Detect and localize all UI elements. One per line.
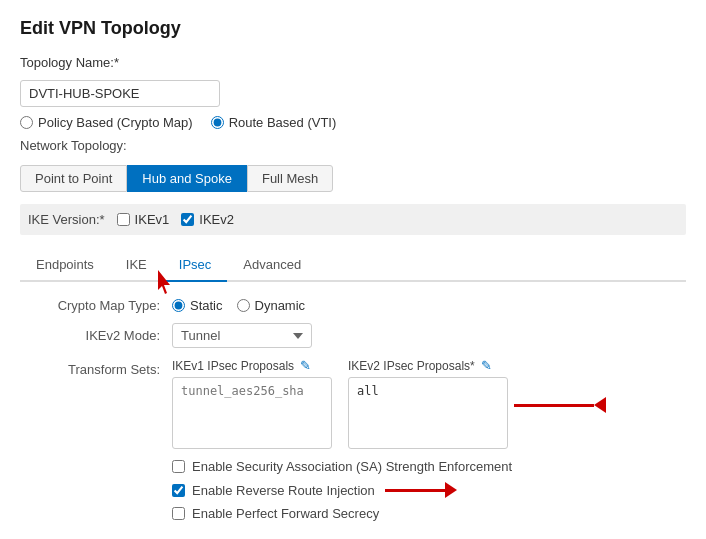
ikev1-checkbox[interactable] [117, 213, 130, 226]
perfect-forward-checkbox[interactable] [172, 507, 185, 520]
crypto-map-type-label: Crypto Map Type: [30, 298, 160, 313]
sa-strength-row: Enable Security Association (SA) Strengt… [30, 459, 686, 474]
network-topology-label: Network Topology: [20, 138, 127, 153]
svg-marker-0 [158, 270, 170, 294]
sa-strength-checkbox[interactable] [172, 460, 185, 473]
static-label: Static [190, 298, 223, 313]
ike-version-label: IKE Version:* [28, 212, 105, 227]
ikev1-checkbox-item[interactable]: IKEv1 [117, 212, 170, 227]
topology-name-label: Topology Name:* [20, 55, 119, 70]
reverse-route-row: Enable Reverse Route Injection [30, 482, 686, 498]
tabs-bar: Endpoints IKE IPsec Advanced [20, 249, 686, 282]
ikev1-proposals-col: IKEv1 IPsec Proposals ✎ [172, 358, 332, 449]
hub-and-spoke-btn[interactable]: Hub and Spoke [127, 165, 247, 192]
page-title: Edit VPN Topology [20, 18, 686, 39]
ikev1-edit-icon[interactable]: ✎ [300, 358, 311, 373]
ikev2-proposals-col: IKEv2 IPsec Proposals* ✎ all [348, 358, 606, 449]
transform-sets-label: Transform Sets: [30, 358, 160, 377]
point-to-point-btn[interactable]: Point to Point [20, 165, 127, 192]
topology-name-input[interactable] [20, 80, 220, 107]
ikev1-proposals-label: IKEv1 IPsec Proposals [172, 359, 294, 373]
ikev2-edit-icon[interactable]: ✎ [481, 358, 492, 373]
cursor-annotation [154, 270, 176, 301]
ikev2-checkbox[interactable] [181, 213, 194, 226]
policy-based-radio[interactable]: Policy Based (Crypto Map) [20, 115, 193, 130]
dynamic-label: Dynamic [255, 298, 306, 313]
reverse-route-arrow [385, 482, 457, 498]
perfect-forward-label[interactable]: Enable Perfect Forward Secrecy [192, 506, 379, 521]
route-based-label: Route Based (VTI) [229, 115, 337, 130]
ikev2-proposals-textarea[interactable]: all [348, 377, 508, 449]
full-mesh-btn[interactable]: Full Mesh [247, 165, 333, 192]
ikev2-checkbox-item[interactable]: IKEv2 [181, 212, 234, 227]
dynamic-radio-item[interactable]: Dynamic [237, 298, 306, 313]
reverse-route-checkbox[interactable] [172, 484, 185, 497]
sa-strength-label[interactable]: Enable Security Association (SA) Strengt… [192, 459, 512, 474]
static-radio-item[interactable]: Static [172, 298, 223, 313]
ikev1-proposals-textarea[interactable] [172, 377, 332, 449]
tab-advanced[interactable]: Advanced [227, 249, 317, 282]
ikev2-arrow-annotation [514, 397, 606, 413]
ikev2-label: IKEv2 [199, 212, 234, 227]
perfect-forward-row: Enable Perfect Forward Secrecy [30, 506, 686, 521]
policy-based-label: Policy Based (Crypto Map) [38, 115, 193, 130]
ikev1-label: IKEv1 [135, 212, 170, 227]
reverse-route-label[interactable]: Enable Reverse Route Injection [192, 483, 375, 498]
ikev2-proposals-label: IKEv2 IPsec Proposals* [348, 359, 475, 373]
dynamic-radio[interactable] [237, 299, 250, 312]
ikev2-mode-label: IKEv2 Mode: [30, 328, 160, 343]
ipsec-content: Crypto Map Type: Static Dynamic IKEv2 Mo… [20, 298, 686, 521]
route-based-radio[interactable]: Route Based (VTI) [211, 115, 337, 130]
ikev2-mode-select[interactable]: Tunnel Transport [172, 323, 312, 348]
tab-endpoints[interactable]: Endpoints [20, 249, 110, 282]
